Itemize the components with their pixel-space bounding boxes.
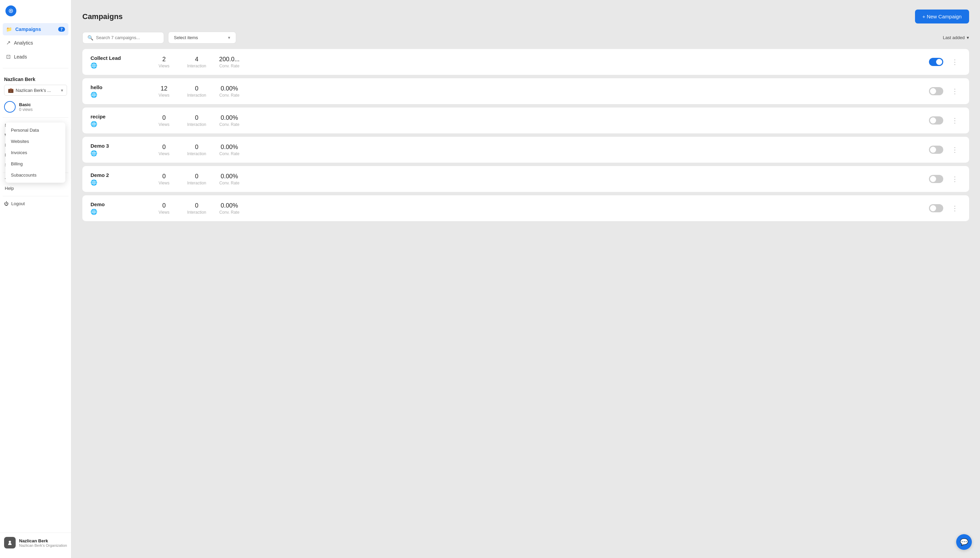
campaign-interaction-stat: 4 Interaction [183, 56, 210, 68]
popup-billing[interactable]: Billing [5, 158, 65, 169]
views-label: Views [150, 181, 177, 185]
folder-icon: 📁 [6, 26, 12, 32]
campaigns-badge: 7 [58, 27, 65, 32]
select-items-dropdown[interactable]: Select items ▾ [168, 32, 236, 44]
conv-value: 0.00% [216, 144, 243, 151]
campaign-name: Demo [90, 202, 145, 207]
logout-item[interactable]: ⏻ Logout [0, 199, 71, 208]
campaign-toggle[interactable] [929, 87, 943, 95]
analytics-label: Analytics [14, 40, 33, 46]
campaign-toggle[interactable] [929, 58, 943, 66]
workspace-dropdown-popup: Personal Data Websites Invoices Billing … [5, 123, 65, 183]
campaign-actions: ⋮ [929, 144, 961, 155]
campaign-toggle[interactable] [929, 146, 943, 154]
plan-info: Basic 0 views [19, 102, 33, 112]
more-options-button[interactable]: ⋮ [949, 115, 961, 126]
campaign-name: recipe [90, 114, 145, 120]
main-header: Campaigns + New Campaign [82, 10, 969, 23]
views-value: 0 [150, 202, 177, 209]
search-icon: 🔍 [87, 35, 93, 41]
conv-label: Conv. Rate [216, 122, 243, 127]
views-value: 0 [150, 173, 177, 180]
campaign-actions: ⋮ [929, 115, 961, 126]
more-options-button[interactable]: ⋮ [949, 203, 961, 214]
user-footer-org: Nazlican Berk's Organization [19, 543, 67, 547]
plan-section: Basic 0 views [0, 98, 71, 116]
campaign-card: Demo 🌐 0 Views 0 Interaction 0.00% Conv.… [82, 195, 969, 221]
globe-icon: 🌐 [90, 121, 97, 127]
analytics-icon: ↗ [6, 39, 11, 46]
campaign-actions: ⋮ [929, 86, 961, 97]
views-value: 0 [150, 144, 177, 151]
views-value: 12 [150, 85, 177, 92]
more-options-button[interactable]: ⋮ [949, 56, 961, 67]
interaction-label: Interaction [183, 122, 210, 127]
campaign-views-stat: 0 Views [150, 114, 177, 127]
sidebar-item-leads[interactable]: ⊡ Leads [3, 50, 68, 63]
campaign-actions: ⋮ [929, 56, 961, 67]
more-options-button[interactable]: ⋮ [949, 144, 961, 155]
user-footer-name: Nazlican Berk [19, 538, 67, 543]
interaction-label: Interaction [183, 151, 210, 156]
sidebar-item-campaigns[interactable]: 📁 Campaigns 7 [3, 23, 68, 35]
avatar [4, 537, 16, 548]
conv-value: 0.00% [216, 85, 243, 92]
conv-value: 0.00% [216, 173, 243, 180]
campaign-toggle[interactable] [929, 204, 943, 212]
interaction-value: 0 [183, 173, 210, 180]
popup-websites[interactable]: Websites [5, 136, 65, 147]
more-options-button[interactable]: ⋮ [949, 86, 961, 97]
popup-personal-data[interactable]: Personal Data [5, 125, 65, 136]
help-link[interactable]: Help [4, 184, 67, 192]
campaign-conv-stat: 0.00% Conv. Rate [216, 173, 243, 185]
campaign-conv-stat: 0.00% Conv. Rate [216, 144, 243, 156]
conv-label: Conv. Rate [216, 64, 243, 68]
campaign-info: Collect Lead 🌐 [90, 55, 145, 69]
sort-button[interactable]: Last added ▾ [943, 35, 969, 40]
campaign-info: recipe 🌐 [90, 114, 145, 127]
campaign-interaction-stat: 0 Interaction [183, 85, 210, 98]
toggle-knob [930, 147, 936, 153]
popup-subaccounts[interactable]: Subaccounts [5, 169, 65, 181]
sort-label: Last added [943, 35, 965, 40]
toggle-knob [936, 59, 942, 65]
main-nav: 📁 Campaigns 7 ↗ Analytics ⊡ Leads [0, 23, 71, 64]
campaign-name: Demo 2 [90, 172, 145, 178]
campaign-views-stat: 0 Views [150, 173, 177, 185]
chat-button[interactable]: 💬 [956, 534, 972, 550]
conv-label: Conv. Rate [216, 210, 243, 215]
campaigns-label: Campaigns [15, 26, 41, 32]
campaign-card: hello 🌐 12 Views 0 Interaction 0.00% Con… [82, 78, 969, 104]
campaign-card: Demo 3 🌐 0 Views 0 Interaction 0.00% Con… [82, 137, 969, 162]
conv-label: Conv. Rate [216, 151, 243, 156]
new-campaign-button[interactable]: + New Campaign [915, 10, 969, 23]
more-options-button[interactable]: ⋮ [949, 174, 961, 184]
toolbar: 🔍 Select items ▾ Last added ▾ [82, 32, 969, 44]
campaign-actions: ⋮ [929, 203, 961, 214]
campaign-conv-stat: 0.00% Conv. Rate [216, 85, 243, 98]
campaign-toggle[interactable] [929, 175, 943, 183]
campaign-card: Demo 2 🌐 0 Views 0 Interaction 0.00% Con… [82, 166, 969, 192]
globe-icon: 🌐 [90, 209, 97, 215]
toggle-knob [930, 117, 936, 123]
main-content: Campaigns + New Campaign 🔍 Select items … [71, 0, 980, 558]
leads-label: Leads [14, 54, 27, 59]
popup-invoices[interactable]: Invoices [5, 147, 65, 158]
sidebar-item-analytics[interactable]: ↗ Analytics [3, 36, 68, 49]
workspace-dropdown[interactable]: 💼 Nazlican Berk's ... ▾ [4, 85, 67, 95]
user-footer-info: Nazlican Berk Nazlican Berk's Organizati… [19, 538, 67, 547]
toggle-knob [930, 205, 936, 211]
campaign-views-stat: 0 Views [150, 202, 177, 215]
interaction-value: 0 [183, 202, 210, 209]
campaign-views-stat: 12 Views [150, 85, 177, 98]
briefcase-icon: 💼 [8, 87, 14, 93]
search-input[interactable] [96, 35, 157, 40]
plan-circle [4, 101, 16, 113]
search-box[interactable]: 🔍 [82, 32, 164, 44]
interaction-value: 4 [183, 56, 210, 63]
campaign-list: Collect Lead 🌐 2 Views 4 Interaction 200… [82, 49, 969, 221]
campaign-toggle[interactable] [929, 117, 943, 125]
dropdown-chevron-icon: ▾ [228, 35, 230, 40]
plan-name: Basic [19, 102, 33, 107]
globe-icon: 🌐 [90, 92, 97, 98]
